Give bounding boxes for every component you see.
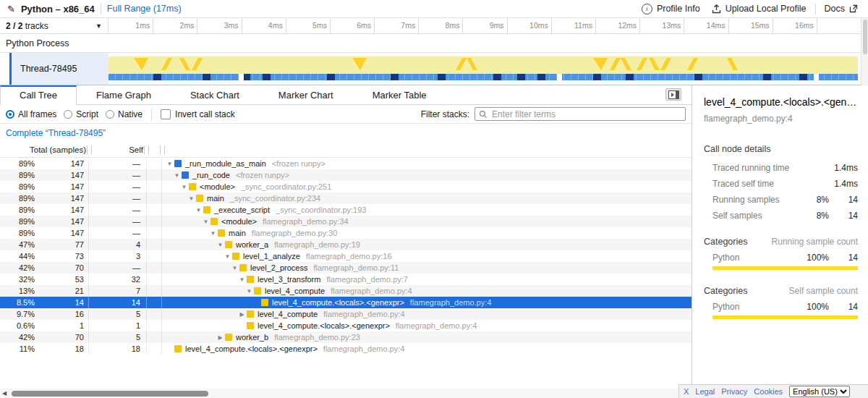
thread-activity-graph[interactable] xyxy=(109,53,861,85)
frame-category-icon xyxy=(225,334,232,341)
vertical-scrollbar-thumb[interactable] xyxy=(863,20,867,54)
sample-dark-segment xyxy=(327,74,335,80)
collapse-icon[interactable]: ▼ xyxy=(223,253,232,260)
column-self[interactable]: Self xyxy=(93,145,143,154)
radio-native[interactable]: Native xyxy=(106,109,142,119)
row-total-percent: 32% xyxy=(0,274,36,285)
row-frame: ▼_run_code<frozen runpy> xyxy=(162,171,692,179)
tab-marker-table[interactable]: Marker Table xyxy=(353,86,446,104)
collapse-icon[interactable]: ▼ xyxy=(237,276,247,283)
ruler-tick-label: 12ms xyxy=(618,21,637,30)
collapse-icon[interactable]: ▼ xyxy=(165,161,174,167)
collapse-icon[interactable]: ▼ xyxy=(179,184,189,190)
collapse-icon[interactable]: ▼ xyxy=(230,265,239,271)
expand-icon[interactable]: ▶ xyxy=(216,334,225,341)
collapse-icon[interactable]: ▼ xyxy=(172,172,182,179)
call-tree-row[interactable]: 89%147—▼main_sync_coordinator.py:234 xyxy=(0,192,692,204)
frame-filter-radios: All framesScriptNative xyxy=(6,109,142,119)
footer-link-cookies[interactable]: Cookies xyxy=(754,387,783,396)
thread-track[interactable]: Thread-78495 xyxy=(0,53,868,85)
row-frame: ▼level_3_transformflamegraph_demo.py:7 xyxy=(162,275,692,284)
frame-category-icon xyxy=(174,160,182,167)
call-tree-row[interactable]: 89%147—▼_run_code<frozen runpy> xyxy=(0,169,692,181)
invert-call-stack-checkbox[interactable] xyxy=(161,109,171,119)
tab-flame-graph[interactable]: Flame Graph xyxy=(77,86,171,104)
row-total-samples: 53 xyxy=(36,274,89,285)
row-frame: ▼_execute_script_sync_coordinator.py:193 xyxy=(162,206,692,214)
call-tree-row[interactable]: 11%1818level_4_compute.<locals>.<genexpr… xyxy=(0,343,692,355)
row-total-percent: 89% xyxy=(0,192,36,204)
call-tree-row[interactable]: 89%147—▼<module>_sync_coordinator.py:251 xyxy=(0,181,692,192)
docs-link[interactable]: Docs xyxy=(822,4,861,14)
vertical-scrollbar[interactable] xyxy=(861,18,868,85)
upload-profile-button[interactable]: Upload Local Profile xyxy=(709,4,809,14)
call-tree-pane: Call TreeFlame GraphStack ChartMarker Ch… xyxy=(0,85,692,398)
language-select[interactable]: English (US) xyxy=(789,386,850,397)
full-range-link[interactable]: Full Range (17ms) xyxy=(107,4,182,14)
frame-location: flamegraph_demo.py:16 xyxy=(306,252,392,261)
column-resizer[interactable] xyxy=(87,145,92,154)
call-tree-row[interactable]: 0.6%11level_4_compute.<locals>.<genexpr>… xyxy=(0,320,692,331)
call-tree-row[interactable]: 13%217▼level_4_computeflamegraph_demo.py… xyxy=(0,285,692,297)
process-label: Python Process xyxy=(6,38,69,48)
footer-link-privacy[interactable]: Privacy xyxy=(721,387,747,396)
column-resizer[interactable] xyxy=(160,145,165,154)
call-tree-row[interactable]: 47%774▼worker_aflamegraph_demo.py:19 xyxy=(0,239,692,250)
column-total-samples[interactable]: Total (samples) xyxy=(0,145,86,154)
footer-link-x[interactable]: X xyxy=(684,387,689,396)
thread-track-label[interactable]: Thread-78495 xyxy=(12,53,109,85)
collapse-icon[interactable]: ▼ xyxy=(187,195,196,202)
column-resizer[interactable] xyxy=(144,145,149,154)
frame-location: flamegraph_demo.py:4 xyxy=(323,310,405,318)
filter-stacks-box[interactable] xyxy=(475,107,686,121)
horizontal-scrollbar-thumb[interactable] xyxy=(12,391,208,397)
call-tree-row[interactable]: 89%147—▼_execute_script_sync_coordinator… xyxy=(0,204,692,216)
tab-call-tree[interactable]: Call Tree xyxy=(0,85,77,105)
expand-icon[interactable]: ▶ xyxy=(237,311,247,318)
committed-range-link[interactable]: Complete “Thread-78495” xyxy=(6,128,106,138)
call-tree-row[interactable]: 8.5%1414level_4_compute.<locals>.<genexp… xyxy=(0,297,692,308)
call-tree-row[interactable]: 89%147—▼<module>flamegraph_demo.py:34 xyxy=(0,216,692,227)
profile-info-button[interactable]: i Profile Info xyxy=(639,4,703,14)
header-separator xyxy=(101,4,101,14)
call-tree-row[interactable]: 32%5332▼level_3_transformflamegraph_demo… xyxy=(0,274,692,285)
row-total-percent: 89% xyxy=(0,158,36,169)
panel-tabbar: Call TreeFlame GraphStack ChartMarker Ch… xyxy=(0,85,692,105)
ruler-tick: 2ms xyxy=(197,18,197,33)
call-tree-row[interactable]: 9.7%165▶level_4_computeflamegraph_demo.p… xyxy=(0,308,692,320)
tab-label: Marker Chart xyxy=(278,90,333,101)
footer-link-legal[interactable]: Legal xyxy=(695,387,715,396)
call-tree-row[interactable]: 89%147—▼_run_module_as_main<frozen runpy… xyxy=(0,158,692,169)
tracks-dropdown[interactable]: 2 / 2 tracks ▼ xyxy=(0,18,109,33)
row-self-samples: — xyxy=(89,192,147,204)
horizontal-scrollbar[interactable]: ◀ xyxy=(0,389,692,398)
row-frame: ▼_run_module_as_main<frozen runpy> xyxy=(162,159,692,168)
call-node-details: Traced running time1.4msTraced self time… xyxy=(704,163,858,221)
frame-category-icon xyxy=(247,310,254,318)
row-gap xyxy=(147,239,162,250)
call-tree-row[interactable]: 42%705▶worker_bflamegraph_demo.py:23 xyxy=(0,331,692,343)
call-tree-row[interactable]: 42%70—▼level_2_processflamegraph_demo.py… xyxy=(0,262,692,274)
tab-stack-chart[interactable]: Stack Chart xyxy=(171,86,259,104)
frame-location: flamegraph_demo.py:30 xyxy=(252,229,338,237)
collapse-icon[interactable]: ▼ xyxy=(208,230,218,237)
invert-call-stack-option[interactable]: Invert call stack xyxy=(161,109,235,119)
collapse-icon[interactable]: ▼ xyxy=(194,207,203,213)
main-area: Call TreeFlame GraphStack ChartMarker Ch… xyxy=(0,85,868,398)
radio-script[interactable]: Script xyxy=(64,109,98,119)
filter-stacks-input[interactable] xyxy=(490,109,681,120)
process-track-header[interactable]: Python Process xyxy=(0,34,868,53)
frame-name: <module> xyxy=(221,217,257,226)
collapse-icon[interactable]: ▼ xyxy=(216,242,225,248)
radio-all-frames[interactable]: All frames xyxy=(6,109,56,119)
frame-location: flamegraph_demo.py:4 xyxy=(323,344,405,353)
collapse-icon[interactable]: ▼ xyxy=(244,288,254,295)
collapse-icon[interactable]: ▼ xyxy=(201,219,210,225)
call-tree-row[interactable]: 44%733▼level_1_analyzeflamegraph_demo.py… xyxy=(0,250,692,262)
frame-category-icon xyxy=(203,206,210,213)
sidebar-toggle-button[interactable] xyxy=(665,88,681,101)
call-tree-row[interactable]: 89%147—▼mainflamegraph_demo.py:30 xyxy=(0,227,692,239)
edit-profile-name-icon[interactable]: ✎ xyxy=(7,4,15,14)
scroll-left-arrow[interactable]: ◀ xyxy=(2,390,7,397)
tab-marker-chart[interactable]: Marker Chart xyxy=(259,86,353,104)
